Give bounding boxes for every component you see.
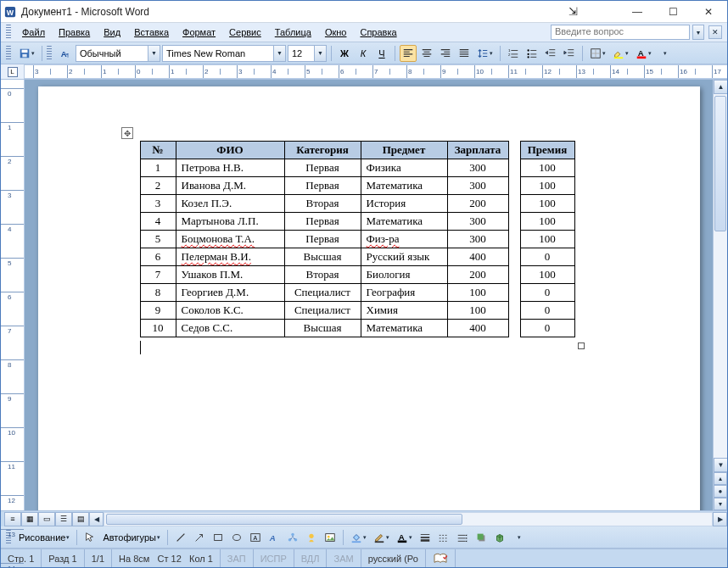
arrow-style-button[interactable]	[454, 529, 471, 546]
table-row[interactable]: 1Петрова Н.В.ПерваяФизика300100	[140, 159, 574, 177]
maximize-button[interactable]: ☐	[658, 3, 688, 20]
hscroll-track[interactable]	[104, 512, 713, 526]
menu-insert[interactable]: Вставка	[128, 25, 175, 39]
dash-style-button[interactable]	[435, 529, 452, 546]
col-subject[interactable]: Предмет	[361, 142, 447, 159]
col-fio[interactable]: ФИО	[176, 142, 284, 159]
table-row[interactable]: 9Соколов К.С.СпециалистХимия1000	[140, 302, 574, 320]
save-button[interactable]: ▾	[16, 45, 37, 62]
view-reading[interactable]: ▤	[72, 512, 89, 526]
status-trk[interactable]: ИСПР	[254, 549, 294, 567]
scroll-right-button[interactable]: ▶	[713, 512, 727, 526]
prev-page-button[interactable]: ▴	[714, 472, 727, 485]
status-ovr[interactable]: ЗАМ	[327, 549, 361, 567]
view-print[interactable]: ▭	[38, 512, 55, 526]
menu-format[interactable]: Формат	[176, 25, 221, 39]
browse-object-button[interactable]: ●	[714, 485, 727, 498]
borders-button[interactable]: ▾	[587, 45, 608, 62]
scroll-down-button[interactable]: ▼	[714, 458, 728, 472]
help-search-dropdown[interactable]: ▼	[692, 25, 704, 40]
table-move-handle[interactable]: ✥	[121, 127, 133, 139]
help-search-input[interactable]: Введите вопрос	[551, 25, 690, 40]
italic-button[interactable]: К	[355, 45, 372, 62]
wordart-button[interactable]: A	[266, 529, 283, 546]
minimize-button[interactable]: —	[622, 3, 652, 20]
table-row[interactable]: 6Пелерман В.И.ВысшаяРусский язык4000	[140, 248, 574, 266]
table-row[interactable]: 4Мартынова Л.П.ПерваяМатематика300100	[140, 213, 574, 231]
autoshapes-menu[interactable]: Автофигуры▾	[100, 529, 163, 546]
vscroll-thumb[interactable]	[714, 96, 726, 231]
vscroll-track[interactable]	[714, 94, 727, 458]
styles-pane-button[interactable]: A¶	[57, 45, 74, 62]
style-combo-dropdown[interactable]: ▼	[148, 45, 160, 62]
increase-indent-button[interactable]	[561, 45, 578, 62]
size-combo[interactable]: ▼	[288, 45, 327, 62]
menu-window[interactable]: Окно	[319, 25, 353, 39]
align-justify-button[interactable]	[456, 45, 473, 62]
drawbar-overflow[interactable]: ▾	[510, 529, 527, 546]
insert-picture-button[interactable]	[322, 529, 339, 546]
col-number[interactable]: №	[140, 142, 176, 159]
line-spacing-button[interactable]: ▾	[474, 45, 496, 62]
font-combo[interactable]: ▼	[162, 45, 286, 62]
fill-color-button[interactable]: ▾	[348, 529, 369, 546]
size-combo-dropdown[interactable]: ▼	[315, 45, 327, 62]
col-salary[interactable]: Зарплата	[447, 142, 508, 159]
font-color-button[interactable]: A▾	[633, 45, 654, 62]
document-page[interactable]: ✥ № ФИО Категория Предмет Зарплата Преми…	[38, 86, 700, 510]
numbered-list-button[interactable]: 12	[505, 45, 522, 62]
bold-button[interactable]: Ж	[336, 45, 353, 62]
style-combo[interactable]: ▼	[76, 45, 160, 62]
font-combo-input[interactable]	[162, 45, 274, 62]
doc-close-button[interactable]: ✕	[708, 25, 722, 39]
scroll-up-button[interactable]: ▲	[714, 80, 728, 94]
table-row[interactable]: 5Боцмонова Т.А.ПерваяФиз-ра300100	[140, 231, 574, 248]
drawing-menu[interactable]: Рисование▾	[16, 529, 72, 546]
shadow-button[interactable]	[473, 529, 490, 546]
menu-help[interactable]: Справка	[354, 25, 402, 39]
table-row[interactable]: 10Седов С.С.ВысшаяМатематика4000	[140, 320, 574, 337]
table-row[interactable]: 2Иванова Д.М.ПерваяМатематика300100	[140, 177, 574, 195]
horizontal-ruler[interactable]: 3210123456789101112131415161718	[25, 64, 727, 79]
status-rec[interactable]: ЗАП	[221, 549, 254, 567]
underline-button[interactable]: Ч	[373, 45, 390, 62]
view-normal[interactable]: ≡	[4, 512, 21, 526]
view-outline[interactable]: ☰	[55, 512, 72, 526]
status-ext[interactable]: ВДЛ	[294, 549, 328, 567]
scroll-left-button[interactable]: ◀	[89, 512, 104, 526]
table-resize-handle[interactable]	[578, 342, 585, 349]
table-row[interactable]: 7Ушаков П.М.ВтораяБиология200100	[140, 266, 574, 284]
3d-button[interactable]	[491, 529, 508, 546]
rectangle-tool[interactable]	[210, 529, 227, 546]
menu-table[interactable]: Таблица	[269, 25, 317, 39]
view-web[interactable]: ▦	[21, 512, 38, 526]
arrow-tool[interactable]	[191, 529, 208, 546]
select-objects-button[interactable]	[81, 529, 98, 546]
tab-selector[interactable]: L	[1, 64, 25, 79]
size-combo-input[interactable]	[288, 45, 315, 62]
vertical-scrollbar[interactable]: ▲ ▼ ▴ ● ▾	[713, 80, 727, 510]
vertical-ruler[interactable]: 01234567891011121314	[1, 80, 25, 510]
line-color-button[interactable]: ▾	[371, 529, 392, 546]
next-page-button[interactable]: ▾	[714, 498, 727, 510]
oval-tool[interactable]	[228, 529, 245, 546]
toolbar-gripper-1[interactable]	[6, 46, 11, 61]
table-row[interactable]: 8Георгиев Д.М.СпециалистГеография1000	[140, 284, 574, 302]
line-weight-button[interactable]	[417, 529, 434, 546]
clipart-button[interactable]	[303, 529, 320, 546]
table-row[interactable]: 3Козел П.Э.ВтораяИстория200100	[140, 195, 574, 213]
align-center-button[interactable]	[418, 45, 435, 62]
menu-tools[interactable]: Сервис	[223, 25, 267, 39]
align-right-button[interactable]	[437, 45, 454, 62]
align-left-button[interactable]	[400, 45, 417, 62]
bulleted-list-button[interactable]	[524, 45, 540, 62]
horizontal-scrollbar[interactable]: ◀ ▶	[89, 511, 727, 526]
status-spellcheck-icon[interactable]	[426, 549, 456, 567]
menu-gripper[interactable]	[6, 25, 11, 40]
data-table[interactable]: № ФИО Категория Предмет Зарплата Премия …	[140, 141, 575, 337]
textbox-tool[interactable]: A	[247, 529, 264, 546]
menu-file[interactable]: Файл	[16, 25, 51, 39]
decrease-indent-button[interactable]	[542, 45, 559, 62]
menu-edit[interactable]: Правка	[53, 25, 96, 39]
font-combo-dropdown[interactable]: ▼	[274, 45, 286, 62]
